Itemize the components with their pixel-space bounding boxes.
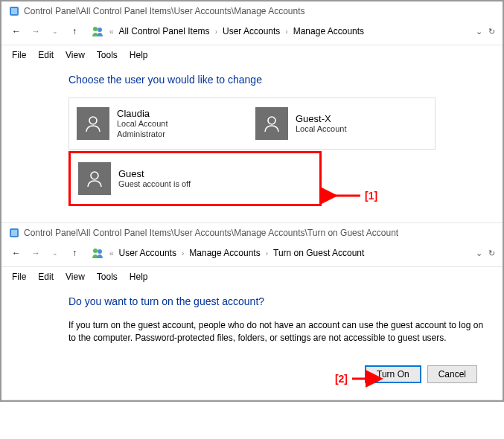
- title-bar: Control Panel\All Control Panel Items\Us…: [1, 1, 503, 21]
- content-area: Do you want to turn on the guest account…: [1, 286, 503, 392]
- account-tile-claudia[interactable]: Claudia Local Account Administrator: [69, 98, 248, 149]
- up-arrow-icon[interactable]: ↑: [67, 24, 82, 39]
- dropdown-icon[interactable]: ⌄: [476, 249, 482, 258]
- avatar-icon: [77, 107, 109, 140]
- account-tile-guest[interactable]: Guest Guest account is off: [71, 153, 319, 204]
- content-area: Choose the user you would like to change…: [1, 65, 503, 215]
- window-turn-on-guest: Control Panel\All Control Panel Items\Us…: [1, 223, 503, 400]
- window-manage-accounts: Control Panel\All Control Panel Items\Us…: [1, 1, 503, 223]
- svg-point-10: [93, 249, 98, 253]
- up-arrow-icon[interactable]: ↑: [67, 246, 82, 260]
- breadcrumb-item[interactable]: User Accounts: [119, 248, 176, 258]
- avatar-icon: [255, 107, 288, 140]
- title-text: Control Panel\All Control Panel Items\Us…: [24, 228, 398, 238]
- address-bar[interactable]: « User Accounts › Manage Accounts › Turn…: [86, 246, 470, 260]
- title-text: Control Panel\All Control Panel Items\Us…: [24, 6, 305, 16]
- annotation-arrow-1: [1]: [328, 190, 377, 202]
- nav-arrows: ← → ⌄ ↑: [9, 24, 82, 39]
- chevron-icon[interactable]: «: [109, 28, 114, 36]
- menu-tools[interactable]: Tools: [97, 50, 118, 60]
- menu-edit[interactable]: Edit: [38, 272, 54, 282]
- dropdown-icon[interactable]: ⌄: [476, 27, 482, 36]
- svg-point-5: [268, 117, 275, 124]
- control-panel-icon: [9, 228, 19, 238]
- title-bar: Control Panel\All Control Panel Items\Us…: [1, 223, 503, 243]
- annotation-arrow-2: [2]: [335, 373, 385, 385]
- refresh-icon[interactable]: ↻: [488, 249, 495, 258]
- breadcrumb-item[interactable]: User Accounts: [223, 26, 280, 36]
- svg-point-3: [98, 28, 102, 32]
- forward-arrow-icon[interactable]: →: [28, 24, 43, 39]
- page-heading: Do you want to turn on the guest account…: [68, 295, 488, 307]
- svg-point-6: [91, 172, 98, 179]
- back-arrow-icon[interactable]: ←: [9, 246, 24, 260]
- account-status: Guest account is off: [118, 179, 191, 190]
- annotation-label: [1]: [365, 190, 377, 202]
- breadcrumb-item[interactable]: Turn on Guest Account: [273, 248, 364, 258]
- svg-point-2: [93, 27, 98, 31]
- menu-file[interactable]: File: [12, 50, 26, 60]
- menu-file[interactable]: File: [12, 272, 26, 282]
- control-panel-icon: [9, 6, 19, 16]
- chevron-icon: ›: [285, 28, 287, 36]
- annotation-label: [2]: [335, 373, 348, 385]
- account-type: Local Account: [296, 124, 347, 135]
- nav-arrows: ← → ⌄ ↑: [9, 246, 82, 260]
- account-name: Guest-X: [296, 113, 347, 124]
- account-name: Guest: [118, 168, 191, 179]
- user-accounts-icon: [91, 247, 104, 259]
- account-role: Administrator: [117, 129, 168, 140]
- svg-rect-9: [11, 230, 17, 236]
- avatar-icon: [78, 162, 111, 195]
- chevron-icon: ›: [215, 28, 217, 36]
- page-heading: Choose the user you would like to change: [68, 74, 436, 86]
- chevron-icon: ›: [182, 249, 184, 257]
- svg-point-4: [89, 117, 97, 124]
- forward-arrow-icon[interactable]: →: [28, 246, 43, 260]
- account-name: Claudia: [117, 108, 168, 119]
- menu-bar: File Edit View Tools Help: [1, 267, 503, 286]
- svg-rect-1: [11, 8, 17, 14]
- nav-right: ⌄ ↻: [476, 249, 495, 258]
- history-dropdown-icon[interactable]: ⌄: [48, 246, 63, 260]
- account-type: Local Account: [117, 119, 168, 129]
- menu-edit[interactable]: Edit: [38, 50, 54, 60]
- nav-bar: ← → ⌄ ↑ « User Accounts › Manage Account…: [1, 243, 503, 267]
- menu-bar: File Edit View Tools Help: [1, 45, 503, 65]
- chevron-icon: ›: [266, 249, 268, 257]
- history-dropdown-icon[interactable]: ⌄: [48, 24, 63, 39]
- back-arrow-icon[interactable]: ←: [9, 24, 24, 39]
- address-bar[interactable]: « All Control Panel Items › User Account…: [86, 24, 470, 39]
- nav-right: ⌄ ↻: [476, 27, 495, 36]
- accounts-list: Claudia Local Account Administrator Gues…: [68, 97, 436, 150]
- menu-help[interactable]: Help: [130, 272, 148, 282]
- body-text: If you turn on the guest account, people…: [68, 319, 488, 345]
- breadcrumb-item[interactable]: All Control Panel Items: [119, 26, 210, 36]
- nav-bar: ← → ⌄ ↑ « All Control Panel Items › User…: [1, 21, 503, 45]
- user-accounts-icon: [91, 25, 104, 37]
- menu-help[interactable]: Help: [130, 50, 148, 60]
- menu-tools[interactable]: Tools: [97, 272, 118, 282]
- chevron-icon[interactable]: «: [109, 249, 114, 257]
- breadcrumb-item[interactable]: Manage Accounts: [189, 248, 260, 258]
- menu-view[interactable]: View: [66, 50, 85, 60]
- button-row: Turn On Cancel: [68, 358, 488, 388]
- refresh-icon[interactable]: ↻: [488, 27, 495, 36]
- menu-view[interactable]: View: [66, 272, 85, 282]
- highlight-annotation: Guest Guest account is off: [68, 151, 322, 206]
- svg-point-11: [98, 249, 102, 254]
- breadcrumb-item[interactable]: Manage Accounts: [293, 26, 364, 36]
- cancel-button[interactable]: Cancel: [427, 365, 477, 383]
- account-tile-guest-x[interactable]: Guest-X Local Account: [248, 98, 427, 149]
